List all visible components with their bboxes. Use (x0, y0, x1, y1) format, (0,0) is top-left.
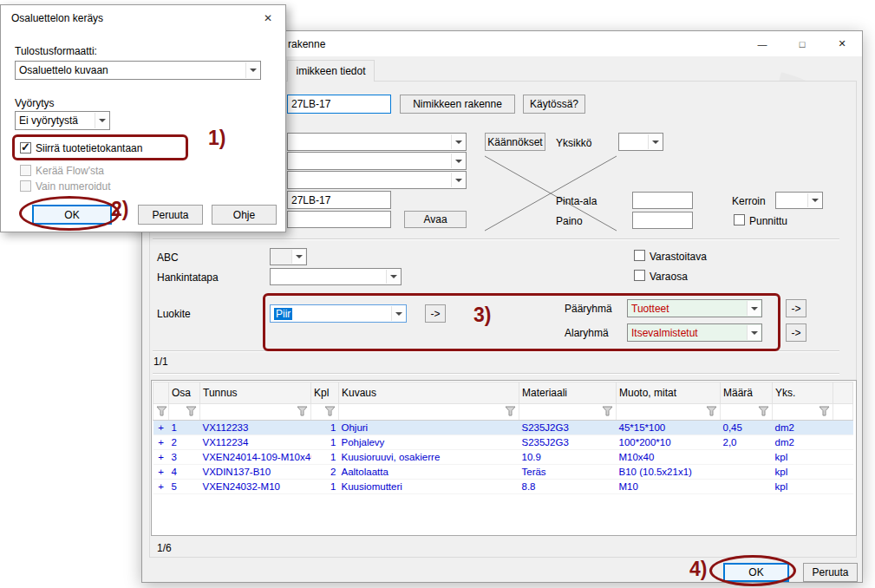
main-group-arrow-button[interactable]: -> (786, 299, 806, 317)
unit-select[interactable] (618, 133, 663, 151)
in-use-button[interactable]: Käytössä? (523, 95, 585, 114)
tab-label: imikkeen tiedot (296, 65, 365, 77)
row-expand-toggle[interactable]: + (153, 450, 169, 465)
filter-icon[interactable] (505, 406, 516, 416)
classification-select[interactable]: Piir (270, 304, 407, 323)
item-structure-button[interactable]: Nimikkeen rakenne (400, 95, 515, 114)
table-cell: 1 (311, 435, 339, 450)
rollup-select[interactable]: Ei vyörytystä (15, 111, 110, 130)
filter-cell[interactable] (617, 404, 721, 421)
description-select-3[interactable] (287, 171, 467, 189)
description-select-2[interactable] (287, 152, 467, 170)
row-expand-toggle[interactable]: + (153, 480, 169, 494)
separator-line (153, 373, 839, 375)
chevron-down-icon (451, 173, 465, 187)
print-format-select[interactable]: Osaluettelo kuvaan (15, 61, 261, 80)
weight-input[interactable] (632, 212, 693, 229)
transfer-db-checkbox[interactable] (20, 142, 31, 154)
table-cell: 45*15*100 (617, 421, 721, 435)
item-code-input-3[interactable] (287, 211, 391, 228)
row-expand-toggle[interactable]: + (153, 421, 169, 435)
ok-button[interactable]: OK (32, 205, 112, 225)
col-expand[interactable] (153, 382, 169, 404)
window-title: rakenne (288, 38, 325, 50)
cancel-button[interactable]: Peruuta (803, 563, 858, 582)
filter-cell[interactable] (311, 404, 339, 421)
sub-group-value: Itsevalmistetut (631, 327, 698, 339)
sub-group-select[interactable]: Itsevalmistetut (627, 323, 762, 342)
table-row[interactable]: +1VX1122331OhjuriS235J2G345*15*1000,45dm… (153, 421, 853, 435)
close-icon[interactable]: ✕ (822, 31, 862, 56)
help-button[interactable]: Ohje (212, 205, 277, 225)
maximize-button[interactable]: □ (782, 31, 822, 56)
translations-button[interactable]: Käännökset (485, 133, 545, 151)
tab-item-details[interactable]: imikkeen tiedot (287, 60, 375, 82)
table-cell: kpl (773, 480, 833, 494)
table-row[interactable]: +3VXEN24014-109-M10x401Kuusioruuvi, osak… (153, 450, 853, 465)
table-cell: M10 (617, 480, 721, 494)
filter-cell[interactable] (169, 404, 200, 421)
table-cell (721, 450, 773, 465)
filter-cell[interactable] (721, 404, 773, 421)
stockable-checkbox[interactable] (634, 250, 645, 261)
filter-cell[interactable] (339, 404, 519, 421)
table-cell: dm2 (773, 435, 833, 450)
weighed-checkbox[interactable] (734, 214, 745, 225)
description-select-1[interactable] (287, 133, 467, 151)
ok-button[interactable]: OK (723, 563, 789, 582)
minimize-button[interactable]: — (742, 31, 782, 56)
main-group-select[interactable]: Tuotteet (627, 299, 762, 317)
table-cell: kpl (773, 450, 833, 465)
filter-icon[interactable] (758, 406, 769, 416)
col-osa[interactable]: Osa (169, 382, 200, 404)
unit-label: Yksikkö (556, 137, 591, 149)
sub-group-arrow-button[interactable]: -> (786, 323, 806, 342)
table-row[interactable]: +5VXEN24032-M101Kuusiomutteri8.8M10kpl (153, 480, 853, 494)
procurement-select[interactable] (270, 268, 402, 285)
table-cell: 1 (311, 450, 339, 465)
col-tunnus[interactable]: Tunnus (200, 382, 311, 404)
chevron-down-icon (451, 154, 465, 168)
col-materiaali[interactable]: Materiaali (519, 382, 617, 404)
abc-select[interactable] (270, 248, 307, 265)
col-yks[interactable]: Yks. (773, 382, 833, 404)
dialog-title: Osaluettelon keräys (11, 12, 103, 24)
table-cell: 100*200*10 (617, 435, 721, 450)
classification-arrow-button[interactable]: -> (425, 304, 446, 323)
filter-icon[interactable] (602, 406, 613, 416)
chevron-down-icon (291, 250, 305, 264)
chevron-down-icon (648, 134, 662, 149)
filter-icon[interactable] (706, 406, 717, 416)
cancel-button[interactable]: Peruuta (138, 205, 203, 225)
table-cell: 1 (311, 480, 339, 494)
filter-icon[interactable] (324, 406, 336, 416)
area-input[interactable] (632, 192, 693, 209)
multiplier-select[interactable] (775, 192, 823, 209)
close-icon[interactable]: ✕ (258, 10, 278, 26)
table-row[interactable]: +2VX1122341PohjalevyS235J2G3100*200*102,… (153, 435, 853, 450)
row-expand-toggle[interactable]: + (153, 465, 169, 480)
filter-cell[interactable] (773, 404, 833, 421)
row-expand-toggle[interactable]: + (153, 435, 169, 450)
col-kuvaus[interactable]: Kuvaus (339, 382, 519, 404)
parts-table-body: +1VX1122331OhjuriS235J2G345*15*1000,45dm… (153, 421, 853, 494)
table-filter-row (153, 404, 853, 421)
partlist-collect-dialog: Osaluettelon keräys ✕ Tulostusformaatti:… (0, 4, 286, 232)
col-maara[interactable]: Määrä (721, 382, 773, 404)
table-row[interactable]: +4VXDIN137-B102AaltolaattaTeräsB10 (10.5… (153, 465, 853, 480)
item-code-input[interactable] (287, 95, 391, 114)
filter-icon[interactable] (156, 406, 167, 416)
filter-icon[interactable] (297, 406, 308, 416)
filter-icon[interactable] (819, 406, 830, 416)
item-code-input-2[interactable] (287, 191, 391, 209)
filter-cell[interactable] (519, 404, 617, 421)
filter-icon[interactable] (186, 406, 197, 416)
filter-cell[interactable] (153, 404, 169, 421)
classification-value: Piir (274, 308, 292, 320)
col-muoto-mitat[interactable]: Muoto, mitat (617, 382, 721, 404)
chevron-down-icon (95, 113, 108, 128)
spare-part-checkbox[interactable] (634, 270, 645, 281)
filter-cell[interactable] (200, 404, 311, 421)
col-kpl[interactable]: Kpl (311, 382, 339, 404)
open-button[interactable]: Avaa (404, 211, 467, 228)
